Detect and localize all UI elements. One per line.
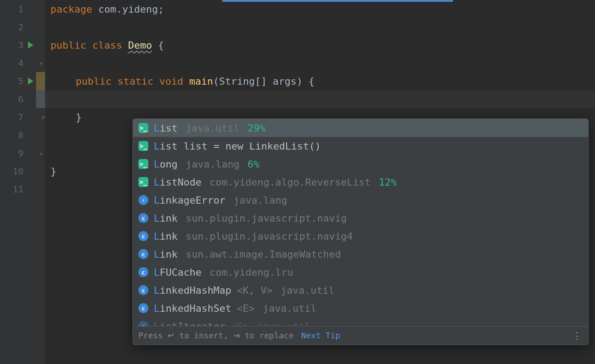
completion-item[interactable]: >_List java.util 29% bbox=[133, 119, 588, 137]
more-options-icon[interactable]: ⋮ bbox=[572, 330, 583, 341]
code-line: package com.yideng; bbox=[50, 0, 595, 18]
fold-icon[interactable]: ⊖ bbox=[41, 114, 45, 121]
line-number: 9 ▸ bbox=[0, 144, 45, 162]
completion-item-name: Link bbox=[154, 213, 178, 224]
class-icon: c bbox=[138, 285, 148, 295]
live-template-icon: >_ bbox=[138, 141, 148, 151]
completion-item-generic: <E> bbox=[237, 303, 255, 314]
line-number: 2 bbox=[0, 18, 45, 36]
completion-item-name: List list = new LinkedList() bbox=[154, 141, 321, 152]
completion-item-name: Link bbox=[154, 231, 178, 242]
completion-item[interactable]: cLink sun.plugin.javascript.navig4 bbox=[133, 227, 588, 245]
completion-popup[interactable]: >_List java.util 29%>_List list = new Li… bbox=[133, 118, 589, 345]
completion-item[interactable]: cLink sun.awt.image.ImageWatched bbox=[133, 245, 588, 263]
completion-item-generic: <E> bbox=[231, 321, 249, 327]
completion-item-name: LFUCache bbox=[154, 267, 201, 278]
completion-item-percent: 29% bbox=[247, 123, 265, 134]
completion-item-detail: java.lang bbox=[186, 159, 239, 170]
line-number: 1 bbox=[0, 0, 45, 18]
class-icon: c bbox=[138, 249, 148, 259]
completion-item-name: LinkageError bbox=[154, 195, 225, 206]
completion-item-detail: java.util bbox=[263, 303, 316, 314]
class-icon: c bbox=[138, 231, 148, 241]
completion-item-generic: <K, V> bbox=[237, 285, 272, 296]
line-number: 3 bbox=[0, 36, 45, 54]
footer-hint: Press ↵ to insert, ⇥ to replace Next Tip bbox=[138, 331, 340, 341]
class-icon: c bbox=[138, 267, 148, 277]
class-icon: c bbox=[138, 303, 148, 313]
code-line: public class Demo { bbox=[50, 36, 595, 54]
live-template-icon: >_ bbox=[138, 159, 148, 169]
completion-item[interactable]: cLFUCache com.yideng.lru bbox=[133, 263, 588, 281]
completion-item[interactable]: ⚡LinkageError java.lang bbox=[133, 191, 588, 209]
completion-item-detail: java.lang bbox=[233, 195, 287, 206]
next-tip-link[interactable]: Next Tip bbox=[301, 331, 340, 340]
run-gutter-icon[interactable] bbox=[28, 41, 33, 49]
live-template-icon: >_ bbox=[138, 177, 148, 187]
class-icon: c bbox=[138, 213, 148, 223]
completion-item[interactable]: cLink sun.plugin.javascript.navig bbox=[133, 209, 588, 227]
completion-item[interactable]: cListIterator<E> java.util bbox=[133, 317, 588, 326]
completion-item-detail: java.util bbox=[186, 123, 239, 134]
completion-item-name: Long bbox=[154, 159, 178, 170]
class-icon: c bbox=[138, 321, 148, 326]
completion-footer: Press ↵ to insert, ⇥ to replace Next Tip… bbox=[133, 326, 588, 345]
completion-item-detail: sun.awt.image.ImageWatched bbox=[186, 249, 341, 260]
fold-icon[interactable]: ⊖ bbox=[41, 77, 45, 85]
gutter: 1 2 3 4 ▸ 5 ⊖ 6 7 ⊖ 8 9 ▸ 10 11 bbox=[0, 0, 45, 364]
line-number: 5 ⊖ bbox=[0, 72, 45, 90]
exception-class-icon: ⚡ bbox=[138, 195, 148, 205]
run-gutter-icon[interactable] bbox=[28, 77, 33, 85]
completion-item-detail: java.util bbox=[281, 285, 334, 296]
completion-item[interactable]: >_List list = new LinkedList() bbox=[133, 137, 588, 155]
completion-item-detail: java.util bbox=[257, 321, 311, 327]
completion-item-detail: com.yideng.lru bbox=[210, 267, 293, 278]
code-text-area[interactable]: package com.yideng; public class Demo { … bbox=[45, 0, 595, 364]
completion-item-percent: 6% bbox=[247, 159, 260, 170]
line-number: 8 bbox=[0, 126, 45, 144]
completion-item-name: Link bbox=[154, 249, 178, 260]
fold-icon[interactable]: ▸ bbox=[40, 59, 43, 67]
live-template-icon: >_ bbox=[138, 123, 148, 133]
completion-item-name: LinkedHashMap bbox=[154, 285, 231, 296]
completion-item-name: ListNode bbox=[154, 177, 201, 188]
completion-item[interactable]: cLinkedHashSet<E> java.util bbox=[133, 299, 588, 317]
completion-item-detail: sun.plugin.javascript.navig4 bbox=[186, 231, 353, 242]
completion-item[interactable]: >_Long java.lang 6% bbox=[133, 155, 588, 173]
completion-item-name: ListIterator bbox=[154, 321, 225, 327]
completion-item-name: List bbox=[154, 123, 178, 134]
completion-item-detail: com.yideng.algo.ReverseList bbox=[210, 177, 371, 188]
line-number: 6 bbox=[0, 90, 45, 108]
code-line: public static void main(String[] args) { bbox=[50, 72, 595, 90]
completion-item[interactable]: >_ListNode com.yideng.algo.ReverseList 1… bbox=[133, 173, 588, 191]
completion-item[interactable]: cLinkedHashMap<K, V> java.util bbox=[133, 281, 588, 299]
code-line bbox=[50, 54, 595, 72]
active-line-highlight bbox=[45, 90, 595, 108]
line-number: 7 ⊖ bbox=[0, 108, 45, 126]
completion-item-detail: sun.plugin.javascript.navig bbox=[186, 213, 347, 224]
fold-icon[interactable]: ▸ bbox=[40, 150, 43, 157]
line-number: 4 ▸ bbox=[0, 54, 45, 72]
completion-item-name: LinkedHashSet bbox=[154, 303, 231, 314]
completion-item-percent: 12% bbox=[379, 177, 397, 188]
code-editor[interactable]: 1 2 3 4 ▸ 5 ⊖ 6 7 ⊖ 8 9 ▸ 10 11 packag bbox=[0, 0, 595, 364]
line-number: 11 bbox=[0, 180, 45, 198]
completion-list[interactable]: >_List java.util 29%>_List list = new Li… bbox=[133, 119, 588, 326]
code-line bbox=[50, 18, 595, 36]
line-number: 10 bbox=[0, 162, 45, 180]
